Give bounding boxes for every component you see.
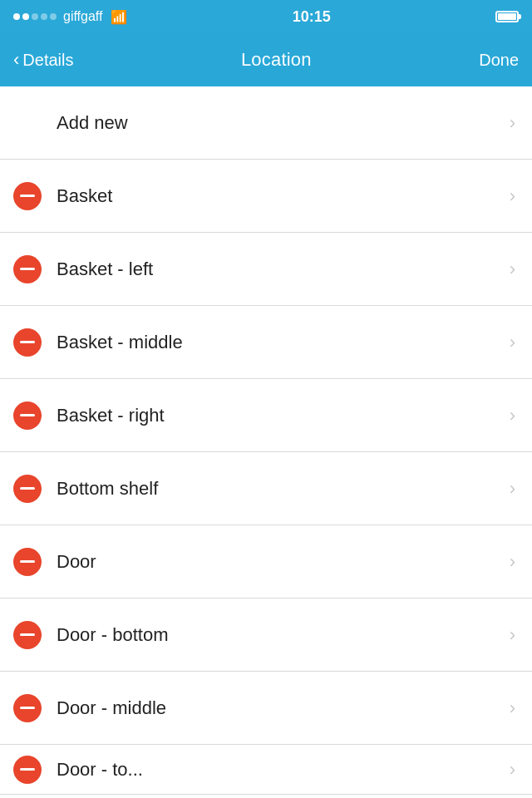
list-item-label-bottom-shelf: Bottom shelf [57, 478, 510, 500]
back-button[interactable]: ‹ Details [13, 51, 73, 70]
delete-button-door-bottom[interactable] [13, 621, 42, 649]
list-item-door-top-partial[interactable]: Door - to...› [0, 745, 532, 795]
carrier-name: giffgaff [63, 9, 102, 24]
signal-dot-1 [13, 13, 20, 20]
signal-dot-4 [41, 13, 47, 20]
signal-dot-2 [22, 13, 29, 20]
list-item-door-bottom[interactable]: Door - bottom› [0, 598, 532, 672]
list-item-label-basket-right: Basket - right [57, 405, 510, 426]
delete-button-door-middle[interactable] [13, 694, 42, 722]
location-list: Add new›Basket›Basket - left›Basket - mi… [0, 86, 532, 795]
status-time: 10:15 [293, 8, 331, 26]
delete-button-basket-middle[interactable] [13, 328, 42, 357]
minus-icon [20, 414, 35, 416]
status-bar: giffgaff 📶 10:15 [0, 0, 532, 33]
chevron-right-icon-door: › [510, 553, 515, 571]
signal-dot-3 [32, 13, 38, 20]
list-item-label-door-middle: Door - middle [57, 697, 510, 719]
minus-icon [20, 560, 35, 563]
signal-dots [13, 13, 57, 20]
minus-icon [20, 268, 35, 270]
minus-icon [20, 768, 35, 771]
list-item-label-basket-left: Basket - left [57, 259, 510, 280]
status-right [495, 11, 519, 22]
wifi-icon: 📶 [111, 9, 127, 25]
battery-fill [498, 13, 516, 20]
minus-icon [20, 487, 35, 490]
list-item-bottom-shelf[interactable]: Bottom shelf› [0, 452, 532, 525]
minus-icon [20, 195, 35, 197]
back-chevron-icon: ‹ [13, 51, 19, 69]
chevron-right-icon-door-middle: › [510, 699, 515, 717]
list-item-label-door-top-partial: Door - to... [57, 759, 510, 781]
status-left: giffgaff 📶 [13, 9, 127, 25]
chevron-right-icon-door-top-partial: › [510, 761, 515, 779]
chevron-right-icon-bottom-shelf: › [510, 480, 515, 498]
chevron-right-icon-door-bottom: › [510, 626, 515, 644]
delete-button-bottom-shelf[interactable] [13, 475, 42, 503]
add-new-label: Add new [13, 112, 510, 134]
list-item-basket[interactable]: Basket› [0, 160, 532, 233]
chevron-right-icon-add-new: › [510, 114, 515, 132]
minus-icon [20, 707, 35, 709]
signal-dot-5 [50, 13, 57, 20]
minus-icon [20, 633, 35, 636]
list-item-label-door-bottom: Door - bottom [57, 624, 510, 646]
done-button[interactable]: Done [479, 51, 519, 70]
list-item-door-middle[interactable]: Door - middle› [0, 672, 532, 745]
delete-button-basket[interactable] [13, 182, 42, 210]
list-item-basket-left[interactable]: Basket - left› [0, 233, 532, 306]
list-item-door[interactable]: Door› [0, 525, 532, 598]
list-item-label-basket: Basket [57, 185, 510, 207]
minus-icon [20, 341, 35, 343]
delete-button-door[interactable] [13, 548, 42, 576]
battery-icon [495, 11, 519, 22]
delete-button-door-top-partial[interactable] [13, 756, 42, 784]
delete-button-basket-left[interactable] [13, 255, 42, 283]
chevron-right-icon-basket-left: › [510, 260, 515, 278]
chevron-right-icon-basket-right: › [510, 406, 515, 425]
delete-button-basket-right[interactable] [13, 401, 42, 430]
list-item-label-basket-middle: Basket - middle [57, 332, 510, 353]
chevron-right-icon-basket-middle: › [510, 333, 515, 352]
list-item-label-door: Door [57, 551, 510, 573]
list-item-add-new[interactable]: Add new› [0, 86, 532, 160]
list-item-basket-middle[interactable]: Basket - middle› [0, 306, 532, 379]
nav-bar: ‹ Details Location Done [0, 33, 532, 86]
list-item-basket-right[interactable]: Basket - right› [0, 379, 532, 452]
back-label: Details [22, 51, 73, 70]
nav-title: Location [241, 49, 312, 71]
chevron-right-icon-basket: › [510, 187, 515, 205]
